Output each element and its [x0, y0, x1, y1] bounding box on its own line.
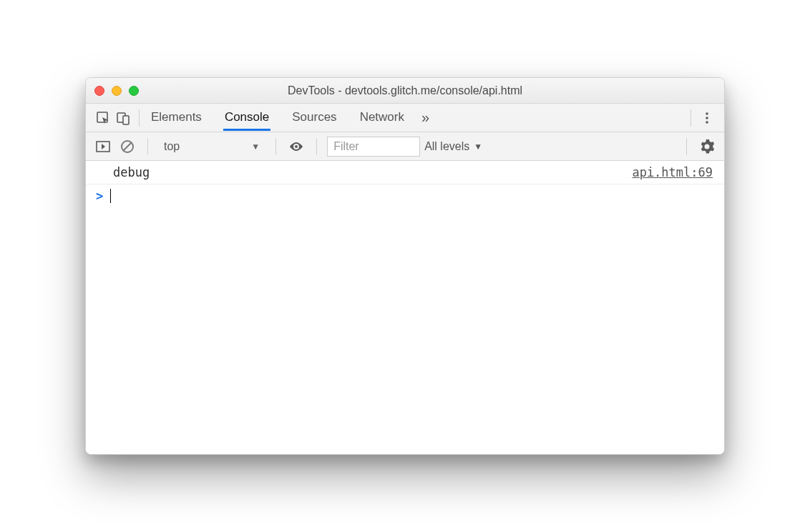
divider [139, 109, 140, 127]
tab-network[interactable]: Network [358, 104, 406, 131]
toggle-sidebar-icon[interactable] [93, 137, 113, 157]
log-source-link[interactable]: api.html:69 [632, 165, 713, 179]
titlebar: DevTools - devtools.glitch.me/console/ap… [86, 78, 724, 104]
window-title: DevTools - devtools.glitch.me/console/ap… [86, 84, 724, 97]
filter-input[interactable] [327, 137, 420, 157]
live-expression-icon[interactable] [286, 137, 306, 157]
log-levels-selector[interactable]: All levels ▼ [424, 140, 482, 153]
svg-line-8 [123, 142, 132, 151]
svg-point-4 [706, 117, 708, 119]
zoom-window-button[interactable] [129, 86, 139, 96]
tab-elements[interactable]: Elements [150, 104, 203, 131]
prompt-chevron-icon: > [96, 189, 103, 203]
panel-tabs: Elements Console Sources Network [150, 104, 406, 131]
execution-context-selector[interactable]: top ▼ [158, 140, 265, 153]
inspect-element-icon[interactable] [93, 108, 113, 128]
panel-tabs-bar: Elements Console Sources Network » [86, 104, 724, 132]
levels-label: All levels [424, 140, 469, 153]
divider [147, 138, 148, 155]
traffic-lights [94, 86, 139, 96]
log-entry: debug api.html:69 [86, 161, 724, 184]
divider [691, 109, 691, 127]
console-output: debug api.html:69 > [86, 161, 724, 454]
tab-console[interactable]: Console [223, 104, 270, 131]
more-tabs-button[interactable]: » [421, 109, 429, 126]
console-settings-icon[interactable] [697, 137, 717, 157]
svg-point-9 [295, 145, 298, 148]
device-toolbar-icon[interactable] [113, 108, 133, 128]
divider [686, 138, 687, 155]
kebab-menu-icon[interactable] [697, 108, 717, 128]
minimize-window-button[interactable] [112, 86, 122, 96]
context-label: top [164, 140, 180, 153]
clear-console-icon[interactable] [117, 137, 137, 157]
log-message: debug [113, 165, 150, 179]
chevron-down-icon: ▼ [251, 142, 260, 152]
svg-rect-2 [123, 116, 129, 124]
svg-point-3 [706, 112, 708, 115]
console-prompt[interactable]: > [86, 184, 724, 207]
chevron-down-icon: ▼ [474, 142, 482, 152]
text-cursor [110, 189, 111, 203]
divider [316, 138, 317, 155]
svg-point-5 [706, 121, 708, 124]
tab-sources[interactable]: Sources [291, 104, 338, 131]
console-toolbar: top ▼ All levels ▼ [86, 132, 724, 161]
devtools-window: DevTools - devtools.glitch.me/console/ap… [85, 77, 725, 455]
close-window-button[interactable] [94, 86, 104, 96]
divider [275, 138, 276, 155]
